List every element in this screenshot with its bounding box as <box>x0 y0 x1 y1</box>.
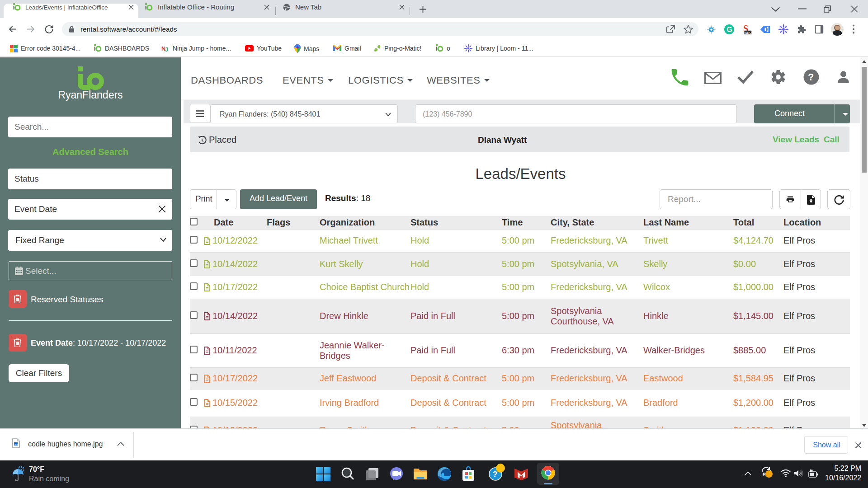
svg-text:G: G <box>727 26 732 33</box>
svg-text:J: J <box>165 47 168 52</box>
svg-text:SEO: SEO <box>745 31 752 34</box>
svg-text:?: ? <box>808 71 814 83</box>
